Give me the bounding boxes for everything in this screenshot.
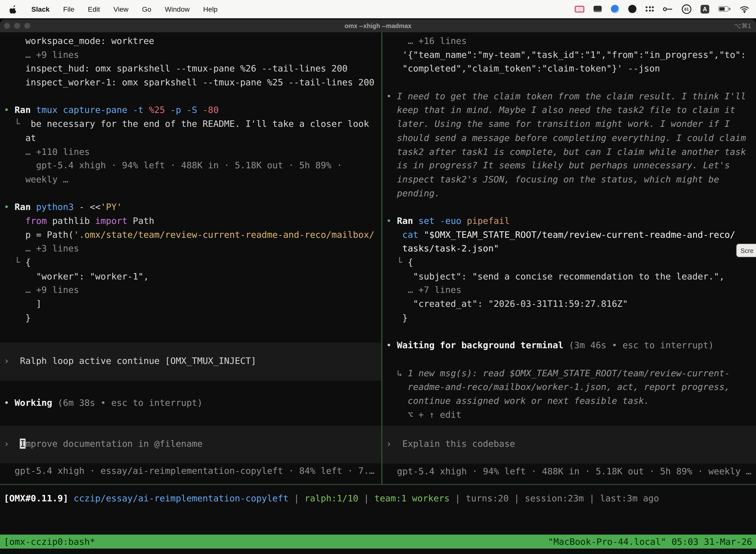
terminal-line: gpt-5.4 xhigh · essay/ai-reimplementatio…	[4, 464, 379, 478]
terminal-line: from pathlib import Path	[4, 214, 379, 228]
screen-sharing-indicator-icon[interactable]	[575, 3, 584, 15]
terminal-line: "completed","claim_token":"claim-token"}…	[386, 62, 754, 76]
terminal-line: ↳ 1 new msg(s): read $OMX_TEAM_STATE_ROO…	[386, 366, 754, 380]
menu-window[interactable]: Window	[158, 5, 196, 13]
terminal-line: … +16 lines	[386, 34, 754, 48]
terminal-line: cat "$OMX_TEAM_STATE_ROOT/team/review-cu…	[386, 228, 754, 242]
terminal-line: p = Path('.omx/state/team/review-current…	[4, 228, 379, 242]
terminal-line: }	[4, 311, 379, 325]
terminal-line: … +9 lines	[4, 283, 379, 297]
terminal-line: '{"team_name":"my-team","task_id":"1","f…	[386, 48, 754, 62]
terminal-line: › Improve documentation in @filename	[4, 437, 379, 451]
browser-icon[interactable]	[611, 3, 619, 15]
terminal-line: keep that in mind. Maybe I also need the…	[386, 104, 754, 117]
terminal-line: • Waiting for background terminal (3m 46…	[386, 339, 754, 353]
terminal-line	[386, 76, 754, 90]
terminal-line: task2 after task1 is complete, but can I…	[386, 145, 754, 159]
terminal-line: inspect_hud: omx sparkshell --tmux-pane …	[4, 62, 379, 76]
apple-menu-icon[interactable]	[0, 4, 24, 13]
terminal-block: gpt-5.4 xhigh · 94% left · 488K in · 5.1…	[386, 465, 754, 479]
close-button[interactable]	[4, 22, 10, 29]
window-title: omx --xhigh --madmax	[0, 22, 756, 29]
terminal-line: at	[4, 131, 379, 145]
terminal-line	[4, 186, 379, 200]
terminal-line	[386, 353, 754, 367]
omx-status-line: [OMX#0.11.9] cczip/essay/ai-reimplementa…	[4, 493, 659, 503]
tmux-status-bar: [omx-cczip0:bash* "MacBook-Pro-44.local"…	[0, 535, 756, 549]
input-source-icon[interactable]: A	[700, 4, 709, 13]
terminal-line: inspect_worker-1: omx sparkshell --tmux-…	[4, 76, 379, 90]
tmux-pane-left[interactable]: workspace_mode: worktree … +9 lines insp…	[0, 32, 381, 484]
terminal-line: ]	[4, 297, 379, 311]
terminal-line: gpt-5.4 xhigh · 94% left · 488K in · 5.1…	[4, 159, 379, 173]
terminal-line	[4, 90, 379, 104]
tmux-host-clock: "MacBook-Pro-44.local" 05:03 31-Mar-26	[548, 537, 752, 547]
github-icon[interactable]	[628, 3, 636, 15]
terminal-block: gpt-5.4 xhigh · essay/ai-reimplementatio…	[4, 464, 379, 478]
menu-go[interactable]: Go	[135, 5, 158, 13]
terminal-line: readme-and-reco/mailbox/worker-1.json, a…	[386, 380, 754, 394]
terminal-line: • Ran tmux capture-pane -t %25 -p -S -80	[4, 104, 379, 117]
terminal-line: workspace_mode: worktree	[4, 34, 379, 48]
desktop: Slack File Edit View Go Window Help 61 A	[0, 0, 756, 554]
battery-percentage-badge[interactable]: 61	[682, 4, 692, 14]
app-menu-slack[interactable]: Slack	[24, 5, 56, 13]
terminal-line: should send a message before completing …	[386, 131, 754, 145]
terminal-line: • Ran set -euo pipefail	[386, 214, 754, 228]
terminal-line: └ {	[386, 256, 754, 270]
menu-bar: Slack File Edit View Go Window Help 61 A	[0, 0, 756, 18]
minimize-button[interactable]	[14, 22, 20, 29]
dots-grid-icon[interactable]	[646, 3, 654, 15]
composer-band[interactable]: › Ralph loop active continue [OMX_TMUX_I…	[0, 342, 381, 381]
window-grid-icon[interactable]	[593, 3, 602, 15]
terminal-line: "created_at": "2026-03-31T11:59:27.816Z"	[386, 297, 754, 311]
terminal-line: … +3 lines	[4, 242, 379, 256]
terminal-line: later. Using the same for transition mig…	[386, 117, 754, 131]
terminal-content: workspace_mode: worktree … +9 lines insp…	[0, 32, 756, 554]
battery-icon[interactable]	[718, 3, 731, 15]
terminal-line: is in progress? It seems likely but perh…	[386, 159, 754, 173]
terminal-window: omx --xhigh --madmax ⌥⌘1 workspace_mode:…	[0, 18, 756, 554]
window-controls	[4, 19, 30, 32]
terminal-line: … +9 lines	[4, 48, 379, 62]
terminal-line: › Ralph loop active continue [OMX_TMUX_I…	[4, 354, 379, 368]
terminal-block: • Working (6m 38s • esc to interrupt)	[4, 396, 379, 410]
menu-help[interactable]: Help	[196, 5, 224, 13]
menu-edit[interactable]: Edit	[81, 5, 107, 13]
terminal-line: "worker": "worker-1",	[4, 270, 379, 283]
terminal-line: • Ran python3 - <<'PY'	[4, 200, 379, 214]
terminal-line: • I need to get the claim token from the…	[386, 90, 754, 104]
terminal-line: tasks/task-2.json"	[386, 242, 754, 256]
terminal-line	[386, 325, 754, 339]
window-shortcut-hint: ⌥⌘1	[734, 22, 751, 29]
terminal-line: • Working (6m 38s • esc to interrupt)	[4, 396, 379, 410]
terminal-block: … +16 lines '{"team_name":"my-team","tas…	[386, 34, 754, 422]
terminal-line: continue assigned work or next feasible …	[386, 394, 754, 408]
key-icon[interactable]	[663, 3, 673, 15]
terminal-line: }	[386, 311, 754, 325]
terminal-line	[4, 325, 379, 339]
wifi-icon[interactable]	[740, 3, 749, 15]
composer-band[interactable]: › Improve documentation in @filename	[0, 426, 381, 463]
terminal-line: … +110 lines	[4, 145, 379, 159]
terminal-line: "subject": "send a concise recommendatio…	[386, 270, 754, 283]
edge-tooltip: Scre	[736, 244, 756, 257]
terminal-line: └ {	[4, 256, 379, 270]
terminal-line: … +7 lines	[386, 283, 754, 297]
menu-view[interactable]: View	[107, 5, 135, 13]
terminal-line: ⌥ + ↑ edit	[386, 408, 754, 422]
tmux-session-window: [omx-cczip0:bash*	[4, 537, 95, 547]
terminal-block: workspace_mode: worktree … +9 lines insp…	[4, 34, 379, 339]
zoom-button[interactable]	[24, 22, 30, 29]
menu-bar-left: Slack File Edit View Go Window Help	[0, 4, 224, 13]
window-titlebar[interactable]: omx --xhigh --madmax ⌥⌘1	[0, 19, 756, 32]
menu-bar-status-icons: 61 A	[575, 3, 756, 15]
composer-band[interactable]: › Explain this codebase	[382, 426, 756, 464]
tmux-pane-right[interactable]: … +16 lines '{"team_name":"my-team","tas…	[382, 32, 756, 484]
terminal-line: pending.	[386, 186, 754, 200]
terminal-line: inspect task2's JSON, focusing on the st…	[386, 173, 754, 187]
terminal-line: └ be necessary for the end of the README…	[4, 117, 379, 131]
menu-file[interactable]: File	[56, 5, 81, 13]
terminal-line: gpt-5.4 xhigh · 94% left · 488K in · 5.1…	[386, 465, 754, 479]
pane-bottom-border	[0, 484, 756, 485]
